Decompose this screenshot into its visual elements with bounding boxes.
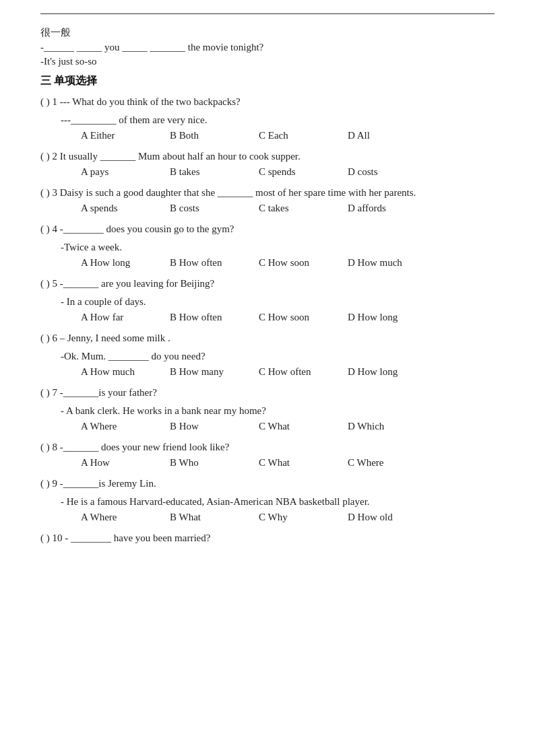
option-5-3: D How long bbox=[348, 312, 415, 323]
option-3-2: C takes bbox=[259, 203, 326, 214]
option-5-0: A How far bbox=[81, 312, 148, 323]
question-main-4: ( ) 4 -________ does you cousin go to th… bbox=[40, 221, 495, 237]
option-5-1: B How often bbox=[170, 312, 237, 323]
option-4-3: D How much bbox=[348, 257, 415, 269]
question-block-2: ( ) 2 It usually _______ Mum about half … bbox=[40, 148, 495, 178]
question-main-1: ( ) 1 --- What do you think of the two b… bbox=[40, 94, 495, 110]
question-main-8: ( ) 8 -_______ does your new friend look… bbox=[40, 439, 495, 455]
option-9-2: C Why bbox=[259, 512, 326, 523]
option-7-1: B How bbox=[170, 421, 237, 432]
dialog-line-2: -It's just so-so bbox=[40, 56, 495, 67]
option-2-2: C spends bbox=[259, 166, 326, 178]
option-7-3: D Which bbox=[348, 421, 415, 432]
option-9-3: D How old bbox=[348, 512, 415, 523]
question-block-6: ( ) 6 – Jenny, I need some milk .-Ok. Mu… bbox=[40, 330, 495, 378]
option-1-3: D All bbox=[348, 130, 415, 141]
option-4-0: A How long bbox=[81, 257, 148, 269]
questions-container: ( ) 1 --- What do you think of the two b… bbox=[40, 94, 495, 546]
question-sub-6: -Ok. Mum. ________ do you need? bbox=[40, 348, 495, 364]
chinese-label: 很一般 bbox=[40, 26, 495, 39]
option-9-0: A Where bbox=[81, 512, 148, 523]
option-7-2: C What bbox=[259, 421, 326, 432]
options-row-4: A How longB How oftenC How soonD How muc… bbox=[40, 257, 495, 269]
options-row-7: A WhereB HowC WhatD Which bbox=[40, 421, 495, 432]
section-header: 三 单项选择 bbox=[40, 74, 495, 88]
question-sub-5: - In a couple of days. bbox=[40, 294, 495, 310]
question-block-4: ( ) 4 -________ does you cousin go to th… bbox=[40, 221, 495, 269]
options-row-1: A EitherB BothC EachD All bbox=[40, 130, 495, 141]
option-4-2: C How soon bbox=[259, 257, 326, 269]
options-row-8: A HowB WhoC WhatC Where bbox=[40, 457, 495, 469]
option-2-0: A pays bbox=[81, 166, 148, 178]
question-main-10: ( ) 10 - ________ have you been married? bbox=[40, 530, 495, 546]
options-row-2: A paysB takesC spendsD costs bbox=[40, 166, 495, 178]
option-1-1: B Both bbox=[170, 130, 237, 141]
options-row-9: A WhereB WhatC WhyD How old bbox=[40, 512, 495, 523]
options-row-6: A How muchB How manyC How oftenD How lon… bbox=[40, 366, 495, 378]
option-3-3: D affords bbox=[348, 203, 415, 214]
options-row-3: A spendsB costsC takesD affords bbox=[40, 203, 495, 214]
options-row-5: A How farB How oftenC How soonD How long bbox=[40, 312, 495, 323]
question-block-8: ( ) 8 -_______ does your new friend look… bbox=[40, 439, 495, 469]
question-main-3: ( ) 3 Daisy is such a good daughter that… bbox=[40, 184, 495, 201]
dialog-line-1: -______ _____ you _____ _______ the movi… bbox=[40, 42, 495, 53]
question-main-5: ( ) 5 -_______ are you leaving for Beiji… bbox=[40, 275, 495, 291]
option-6-2: C How often bbox=[259, 366, 326, 378]
question-block-10: ( ) 10 - ________ have you been married? bbox=[40, 530, 495, 546]
question-block-7: ( ) 7 -_______is your father?- A bank cl… bbox=[40, 384, 495, 432]
top-divider bbox=[40, 13, 495, 14]
option-7-0: A Where bbox=[81, 421, 148, 432]
option-5-2: C How soon bbox=[259, 312, 326, 323]
question-block-9: ( ) 9 -_______is Jeremy Lin.- He is a fa… bbox=[40, 475, 495, 523]
question-sub-4: -Twice a week. bbox=[40, 239, 495, 255]
option-2-1: B takes bbox=[170, 166, 237, 178]
question-main-6: ( ) 6 – Jenny, I need some milk . bbox=[40, 330, 495, 346]
question-main-2: ( ) 2 It usually _______ Mum about half … bbox=[40, 148, 495, 164]
question-sub-9: - He is a famous Harvard-educated, Asian… bbox=[40, 493, 495, 510]
option-9-1: B What bbox=[170, 512, 237, 523]
option-8-2: C What bbox=[259, 457, 326, 469]
question-main-9: ( ) 9 -_______is Jeremy Lin. bbox=[40, 475, 495, 491]
question-sub-7: - A bank clerk. He works in a bank near … bbox=[40, 403, 495, 419]
option-3-0: A spends bbox=[81, 203, 148, 214]
question-sub-1: ---_________ of them are very nice. bbox=[40, 112, 495, 128]
option-2-3: D costs bbox=[348, 166, 415, 178]
question-block-5: ( ) 5 -_______ are you leaving for Beiji… bbox=[40, 275, 495, 323]
option-8-0: A How bbox=[81, 457, 148, 469]
option-8-1: B Who bbox=[170, 457, 237, 469]
question-main-7: ( ) 7 -_______is your father? bbox=[40, 384, 495, 401]
option-1-0: A Either bbox=[81, 130, 148, 141]
question-block-3: ( ) 3 Daisy is such a good daughter that… bbox=[40, 184, 495, 214]
option-8-3: C Where bbox=[348, 457, 415, 469]
option-4-1: B How often bbox=[170, 257, 237, 269]
option-6-0: A How much bbox=[81, 366, 148, 378]
option-1-2: C Each bbox=[259, 130, 326, 141]
question-block-1: ( ) 1 --- What do you think of the two b… bbox=[40, 94, 495, 141]
option-3-1: B costs bbox=[170, 203, 237, 214]
option-6-1: B How many bbox=[170, 366, 237, 378]
option-6-3: D How long bbox=[348, 366, 415, 378]
